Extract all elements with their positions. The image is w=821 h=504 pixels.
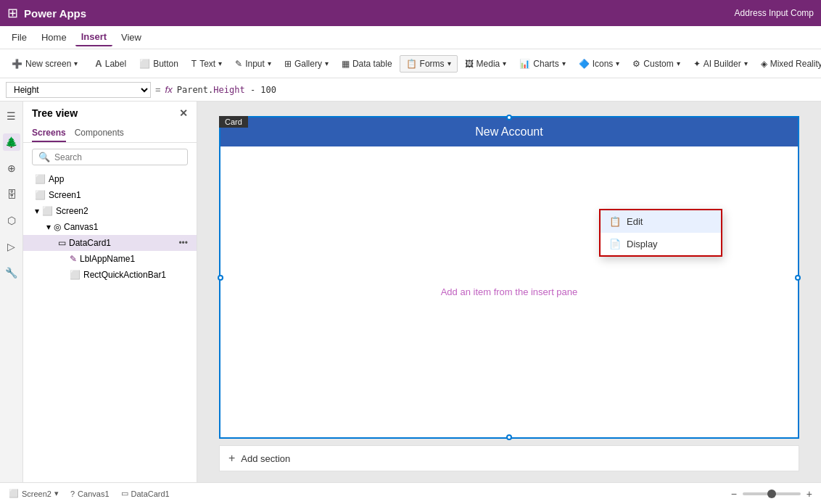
toolbar-icons[interactable]: 🔷 Icons ▾ (573, 56, 626, 72)
tree-item-screen1[interactable]: ⬜ Screen1 (23, 187, 197, 203)
tab-components[interactable]: Components (75, 125, 124, 142)
tree-item-datacard1[interactable]: ▭ DataCard1 ••• (23, 235, 197, 251)
form-body: Add an item from the insert pane (220, 146, 798, 437)
top-bar: ⊞ Power Apps Address Input Comp (0, 0, 821, 26)
dropdown-item-display[interactable]: 📄 Display (601, 233, 721, 255)
add-section-button[interactable]: + Add section (219, 445, 799, 471)
media-icon: 🖼 (465, 59, 474, 69)
chevron-icon: ▾ (74, 59, 78, 67)
canvas1-icon: ◎ (54, 222, 61, 232)
screen1-icon: ⬜ (35, 190, 46, 200)
toolbar-label[interactable]: A Label (89, 55, 132, 72)
form-header: New Account (220, 117, 798, 146)
resize-handle-left[interactable] (218, 275, 223, 281)
sidebar-icon-settings[interactable]: 🔧 (3, 264, 20, 281)
tab-screens[interactable]: Screens (32, 125, 66, 142)
screen-icon: ⬜ (9, 489, 19, 498)
zoom-plus-button[interactable]: + (806, 488, 812, 500)
tree-item-canvas1[interactable]: ▾ ◎ Canvas1 (23, 219, 197, 235)
tree-item-rect[interactable]: ⬜ RectQuickActionBar1 (23, 267, 197, 283)
add-section-plus-icon: + (228, 452, 235, 465)
status-datacard1[interactable]: ▭ DataCard1 (121, 489, 170, 498)
mixed-reality-icon: ◈ (761, 59, 767, 69)
resize-handle-top[interactable] (506, 115, 512, 120)
chevron-icon: ▾ (447, 59, 451, 67)
toolbar-input[interactable]: ✎ Input ▾ (229, 56, 277, 72)
status-screen2[interactable]: ⬜ Screen2 ▾ (9, 489, 59, 498)
tree-item-lbl[interactable]: ✎ LblAppName1 (23, 251, 197, 267)
menu-home[interactable]: Home (36, 29, 73, 46)
add-section-label: Add section (241, 453, 290, 464)
toolbar-forms[interactable]: 📋 Forms ▾ (400, 55, 458, 73)
status-bar-right: − + (731, 488, 812, 500)
toolbar-custom[interactable]: ⚙ Custom ▾ (627, 56, 685, 72)
close-icon[interactable]: ✕ (179, 107, 188, 119)
toolbar-button[interactable]: ⬜ Button (133, 56, 184, 72)
zoom-minus-button[interactable]: − (731, 488, 737, 500)
dropdown-item-edit[interactable]: 📋 Edit (601, 210, 721, 233)
toolbar-ai-builder[interactable]: ✦ AI Builder ▾ (688, 56, 754, 72)
menu-insert[interactable]: Insert (75, 28, 112, 46)
form-card[interactable]: New Account Add an item from the insert … (219, 116, 799, 439)
screen2-icon: ⬜ (42, 206, 53, 216)
tree-title: Tree view (32, 107, 78, 119)
tree-tabs: Screens Components (23, 125, 197, 143)
chevron-icon: ▾ (268, 59, 271, 67)
text-icon: T (191, 59, 197, 69)
toolbar-text[interactable]: T Text ▾ (186, 56, 228, 72)
toolbar-charts[interactable]: 📊 Charts ▾ (513, 56, 571, 72)
tree-header: Tree view ✕ (23, 102, 197, 125)
chevron-icon: ▾ (744, 59, 748, 67)
sidebar-icon-tree[interactable]: 🌲 (3, 133, 20, 151)
chevron-icon: ▾ (218, 59, 222, 67)
rect-icon: ⬜ (70, 270, 81, 280)
chevron-icon: ▾ (562, 59, 566, 67)
form-title: New Account (475, 125, 542, 139)
display-icon: 📄 (609, 239, 621, 249)
toolbar-media[interactable]: 🖼 Media ▾ (459, 56, 513, 72)
tree-item-app[interactable]: ⬜ App (23, 171, 197, 187)
edit-icon: 📋 (609, 216, 621, 227)
property-select[interactable]: Height (6, 82, 151, 98)
canvas-area[interactable]: Card New Account Add an item from the in… (197, 102, 821, 482)
zoom-thumb[interactable] (767, 489, 776, 498)
gallery-icon: ⊞ (284, 59, 292, 69)
resize-handle-right[interactable] (795, 275, 801, 281)
toolbar: ➕ New screen ▾ A Label ⬜ Button T Text ▾… (0, 49, 821, 78)
status-canvas1[interactable]: ? Canvas1 (70, 489, 110, 498)
chevron-icon: ▾ (616, 59, 619, 67)
menu-view[interactable]: View (115, 29, 147, 46)
datacard1-icon: ▭ (58, 238, 66, 248)
datacard-icon: ▭ (121, 489, 128, 498)
tree-items: ⬜ App ⬜ Screen1 ▾ ⬜ Screen2 ▾ ◎ Canvas (23, 171, 197, 482)
sidebar-icon-media[interactable]: ▷ (3, 238, 20, 255)
left-sidebar-icons: ☰ 🌲 ⊕ 🗄 ⬡ ▷ 🔧 (0, 102, 23, 482)
resize-handle-bottom[interactable] (506, 434, 512, 440)
toolbar-data-table[interactable]: ▦ Data table (336, 56, 398, 72)
formula-bar: Height = fx Parent.Height - 100 (0, 78, 821, 102)
label-icon: A (95, 58, 102, 69)
sidebar-icon-insert[interactable]: ⊕ (3, 160, 20, 177)
tree-item-screen2[interactable]: ▾ ⬜ Screen2 (23, 203, 197, 219)
fx-label[interactable]: fx (165, 84, 173, 95)
app-grid-icon[interactable]: ⊞ (7, 5, 18, 21)
more-options-icon[interactable]: ••• (178, 238, 188, 248)
toolbar-gallery[interactable]: ⊞ Gallery ▾ (279, 56, 334, 72)
sidebar-icon-variables[interactable]: ⬡ (3, 212, 20, 229)
sidebar-icon-data[interactable]: 🗄 (3, 186, 20, 203)
tree-panel: Tree view ✕ Screens Components 🔍 ⬜ App ⬜… (23, 102, 197, 482)
lbl-icon: ✎ (70, 254, 77, 264)
main-content: ☰ 🌲 ⊕ 🗄 ⬡ ▷ 🔧 Tree view ✕ Screens Compon… (0, 102, 821, 482)
menu-file[interactable]: File (6, 29, 33, 46)
question-icon: ? (70, 489, 75, 498)
toolbar-mixed-reality[interactable]: ◈ Mixed Reality ▾ (755, 56, 821, 72)
new-screen-icon: ➕ (12, 59, 22, 69)
toolbar-new-screen[interactable]: ➕ New screen ▾ (6, 56, 83, 72)
formula-input[interactable]: Parent.Height - 100 (177, 85, 815, 95)
search-input[interactable] (54, 152, 181, 162)
sidebar-icon-hamburger[interactable]: ☰ (3, 107, 20, 125)
app-icon: ⬜ (35, 174, 46, 184)
zoom-slider[interactable] (743, 492, 801, 495)
chevron-icon: ▾ (677, 59, 680, 67)
input-icon: ✎ (235, 59, 242, 69)
